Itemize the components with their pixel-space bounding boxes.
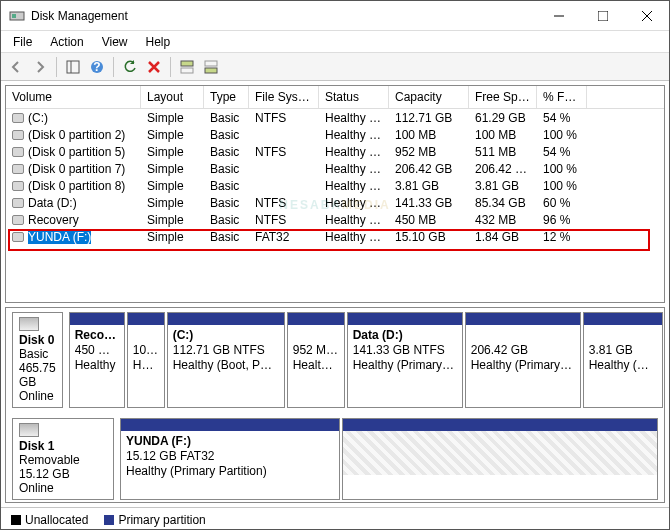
col-layout[interactable]: Layout	[141, 86, 204, 108]
volume-row[interactable]: (C:)SimpleBasicNTFSHealthy (B...112.71 G…	[6, 109, 664, 126]
drive-icon	[12, 130, 24, 140]
volume-row[interactable]: (Disk 0 partition 5)SimpleBasicNTFSHealt…	[6, 143, 664, 160]
partition[interactable]: (C:)112.71 GB NTFSHealthy (Boot, Page	[167, 312, 285, 408]
toolbar: ?	[1, 53, 669, 81]
refresh-button[interactable]	[119, 56, 141, 78]
svg-rect-3	[598, 11, 608, 21]
partition[interactable]: Data (D:)141.33 GB NTFSHealthy (Primary …	[347, 312, 463, 408]
col-free[interactable]: Free Spa...	[469, 86, 537, 108]
minimize-button[interactable]	[537, 1, 581, 31]
svg-text:?: ?	[93, 60, 100, 74]
svg-rect-10	[181, 61, 193, 66]
maximize-button[interactable]	[581, 1, 625, 31]
unallocated-space[interactable]	[342, 418, 658, 500]
delete-button[interactable]	[143, 56, 165, 78]
partition[interactable]: YUNDA (F:)15.12 GB FAT32Healthy (Primary…	[120, 418, 340, 500]
svg-rect-1	[12, 14, 16, 18]
disk-header[interactable]: Disk 0Basic465.75 GBOnline	[12, 312, 63, 408]
watermark: NESABAMEDIA	[279, 184, 390, 216]
col-pfree[interactable]: % Free	[537, 86, 587, 108]
col-filesystem[interactable]: File System	[249, 86, 319, 108]
volume-list-header: Volume Layout Type File System Status Ca…	[6, 86, 664, 109]
legend: Unallocated Primary partition	[1, 507, 669, 530]
drive-icon	[12, 164, 24, 174]
swatch-primary	[104, 515, 114, 525]
partition[interactable]: 100 NHealt	[127, 312, 165, 408]
drive-icon	[12, 147, 24, 157]
disk-header[interactable]: Disk 1Removable15.12 GBOnline	[12, 418, 114, 500]
svg-rect-13	[205, 68, 217, 73]
col-status[interactable]: Status	[319, 86, 389, 108]
menu-action[interactable]: Action	[42, 33, 91, 51]
disk-row: Disk 0Basic465.75 GBOnlineRecover450 MB …	[12, 312, 658, 408]
menu-view[interactable]: View	[94, 33, 136, 51]
back-button[interactable]	[5, 56, 27, 78]
disk-icon	[19, 423, 39, 437]
legend-unallocated: Unallocated	[25, 513, 88, 527]
menubar: File Action View Help	[1, 31, 669, 53]
view-top-button[interactable]	[176, 56, 198, 78]
drive-icon	[12, 215, 24, 225]
svg-rect-11	[181, 68, 193, 73]
menu-help[interactable]: Help	[138, 33, 179, 51]
svg-rect-12	[205, 61, 217, 66]
drive-icon	[12, 198, 24, 208]
menu-file[interactable]: File	[5, 33, 40, 51]
partition[interactable]: 3.81 GBHealthy (Prim	[583, 312, 663, 408]
legend-primary: Primary partition	[118, 513, 205, 527]
volume-row[interactable]: YUNDA (F:)SimpleBasicFAT32Healthy (P...1…	[6, 228, 664, 245]
drive-icon	[12, 232, 24, 242]
disk-icon	[19, 317, 39, 331]
volume-row[interactable]: (Disk 0 partition 2)SimpleBasicHealthy (…	[6, 126, 664, 143]
volume-row[interactable]: (Disk 0 partition 7)SimpleBasicHealthy (…	[6, 160, 664, 177]
partition[interactable]: 952 MB NHealthy (	[287, 312, 345, 408]
swatch-unallocated	[11, 515, 21, 525]
drive-icon	[12, 181, 24, 191]
disk-row: Disk 1Removable15.12 GBOnlineYUNDA (F:)1…	[12, 418, 658, 500]
drive-icon	[12, 113, 24, 123]
partition[interactable]: Recover450 MB IHealthy	[69, 312, 125, 408]
show-hide-console-tree-button[interactable]	[62, 56, 84, 78]
volume-list[interactable]: Volume Layout Type File System Status Ca…	[5, 85, 665, 303]
help-button[interactable]: ?	[86, 56, 108, 78]
partition[interactable]: 206.42 GBHealthy (Primary Par	[465, 312, 581, 408]
view-bottom-button[interactable]	[200, 56, 222, 78]
svg-rect-6	[67, 61, 79, 73]
window-title: Disk Management	[31, 9, 537, 23]
graphical-view[interactable]: Disk 0Basic465.75 GBOnlineRecover450 MB …	[5, 307, 665, 503]
col-capacity[interactable]: Capacity	[389, 86, 469, 108]
col-volume[interactable]: Volume	[6, 86, 141, 108]
titlebar: Disk Management	[1, 1, 669, 31]
close-button[interactable]	[625, 1, 669, 31]
app-icon	[9, 8, 25, 24]
forward-button[interactable]	[29, 56, 51, 78]
col-type[interactable]: Type	[204, 86, 249, 108]
